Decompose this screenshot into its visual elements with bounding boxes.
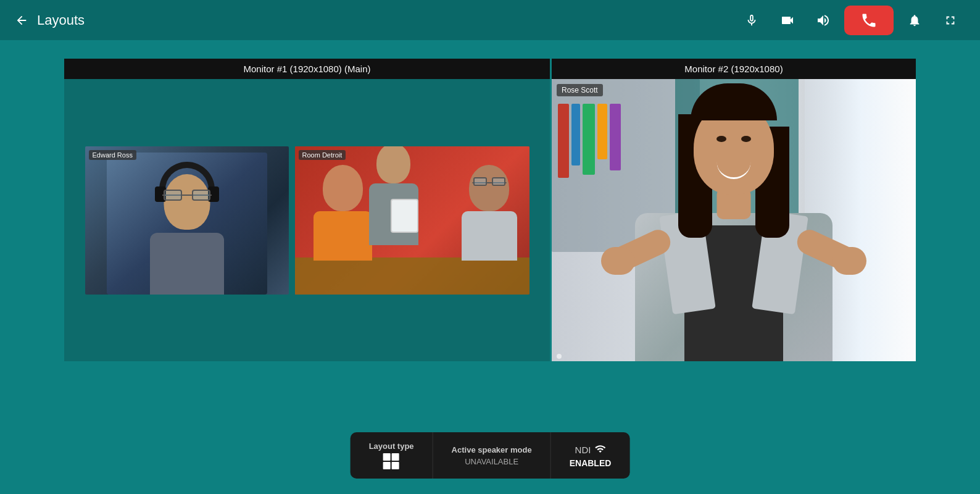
ndi-label: NDI bbox=[575, 445, 591, 455]
header-controls bbox=[737, 6, 965, 35]
bell-button[interactable] bbox=[900, 6, 929, 35]
active-speaker-value: UNAVAILABLE bbox=[465, 457, 518, 466]
back-button[interactable] bbox=[15, 14, 28, 27]
ndi-top: NDI bbox=[575, 443, 606, 457]
active-speaker-section: Active speaker mode UNAVAILABLE bbox=[433, 432, 551, 479]
header-left: Layouts bbox=[15, 12, 85, 28]
monitor-primary: Monitor #1 (1920x1080) (Main) Edward Ros… bbox=[64, 59, 552, 361]
video-tile-room-detroit: Room Detroit bbox=[295, 146, 529, 295]
rose-label: Rose Scott bbox=[557, 84, 603, 96]
primary-videos: Edward Ross bbox=[64, 79, 550, 361]
ndi-value: ENABLED bbox=[570, 458, 612, 468]
video-tile-edward: Edward Ross bbox=[85, 146, 289, 295]
active-speaker-label: Active speaker mode bbox=[452, 445, 532, 454]
layout-type-label: Layout type bbox=[369, 442, 414, 451]
edward-label: Edward Ross bbox=[89, 150, 136, 160]
monitor-secondary-title: Monitor #2 (1920x1080) bbox=[684, 64, 783, 74]
grid-cell-4 bbox=[392, 462, 399, 469]
monitors-container: Monitor #1 (1920x1080) (Main) Edward Ros… bbox=[64, 59, 916, 361]
room-detroit-label: Room Detroit bbox=[299, 150, 346, 160]
ndi-wifi-icon bbox=[594, 443, 605, 457]
monitor-primary-content: Edward Ross bbox=[64, 79, 550, 361]
layout-type-section: Layout type bbox=[351, 432, 433, 479]
header: Layouts bbox=[0, 0, 980, 40]
page-title: Layouts bbox=[37, 12, 85, 28]
grid-cell-3 bbox=[383, 462, 391, 469]
monitor-secondary-content: Rose Scott bbox=[552, 79, 916, 361]
mic-button[interactable] bbox=[737, 6, 766, 35]
monitor-secondary: Monitor #2 (1920x1080) Rose Scott bbox=[552, 59, 916, 361]
edward-video-bg bbox=[85, 146, 289, 295]
ndi-section: NDI ENABLED bbox=[551, 432, 630, 479]
status-bar: Layout type Active speaker mode UNAVAILA… bbox=[351, 432, 630, 479]
room-detroit-video-bg bbox=[295, 146, 529, 295]
expand-button[interactable] bbox=[936, 6, 965, 35]
monitor-primary-title: Monitor #1 (1920x1080) (Main) bbox=[244, 64, 371, 74]
main-area: Monitor #1 (1920x1080) (Main) Edward Ros… bbox=[0, 40, 980, 494]
grid-cell-1 bbox=[383, 453, 391, 461]
monitor-secondary-header: Monitor #2 (1920x1080) bbox=[552, 59, 916, 79]
volume-button[interactable] bbox=[808, 6, 838, 35]
layout-grid-icon[interactable] bbox=[383, 453, 399, 469]
camera-button[interactable] bbox=[773, 6, 802, 35]
rose-video: Rose Scott bbox=[552, 79, 916, 361]
monitor-primary-header: Monitor #1 (1920x1080) (Main) bbox=[64, 59, 550, 79]
grid-cell-2 bbox=[392, 453, 399, 461]
end-call-button[interactable] bbox=[844, 6, 894, 35]
